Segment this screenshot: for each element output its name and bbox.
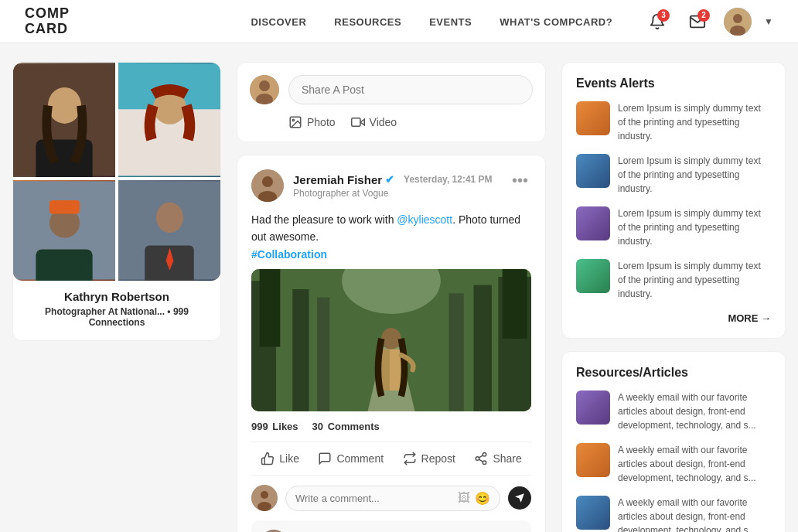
share-actions: Photo Video <box>250 115 533 129</box>
comment-input[interactable] <box>295 493 458 504</box>
svg-rect-31 <box>503 269 527 339</box>
resource-text-2: A weekly email with our favorite article… <box>618 443 771 485</box>
event-item-1: Lorem Ipsum is simply dummy text of the … <box>576 101 771 143</box>
image-input-icon[interactable]: 🖼 <box>458 491 470 505</box>
repost-icon <box>403 452 417 466</box>
svg-rect-12 <box>36 249 92 281</box>
main-layout: Kathryn Robertson Photographer At Nation… <box>0 43 798 532</box>
events-more-link[interactable]: MORE → <box>728 312 771 324</box>
post-subtitle: Photographer at Vogue <box>293 188 493 199</box>
post-stats: 999 Likes 30 Comments <box>251 421 531 432</box>
post-actions: Like Comment Repost Share <box>251 442 531 476</box>
profile-meta: Photographer At National... • 999 Connec… <box>26 306 208 328</box>
user-avatar-image <box>724 8 752 36</box>
resource-item-1: A weekly email with our favorite article… <box>576 390 771 432</box>
share-post-input[interactable] <box>288 75 533 104</box>
post-mention[interactable]: @kyliescott <box>397 213 452 226</box>
mail-button[interactable]: 2 <box>684 8 711 36</box>
event-img-3 <box>576 206 610 240</box>
profile-grid <box>13 63 220 281</box>
event-text-4: Lorem Ipsum is simply dummy text of the … <box>618 259 771 301</box>
comment-input-avatar <box>251 485 278 511</box>
svg-point-4 <box>48 87 81 124</box>
feed: Photo Video <box>237 62 546 532</box>
comment-input-wrap: 🖼 😊 <box>285 486 500 511</box>
user-avatar-nav[interactable] <box>724 8 752 36</box>
post-author-info: Jeremiah Fisher ✔ Yesterday, 12:41 PM Ph… <box>251 169 493 202</box>
bell-button[interactable]: 3 <box>643 8 671 36</box>
nav-whats-compcard[interactable]: WHAT'S COMPCARD? <box>500 16 612 28</box>
resource-img-2 <box>576 443 610 477</box>
post-header: Jeremiah Fisher ✔ Yesterday, 12:41 PM Ph… <box>251 169 531 202</box>
post-author-name: Jeremiah Fisher ✔ Yesterday, 12:41 PM <box>293 173 493 186</box>
logo[interactable]: COMP CARD <box>25 6 70 37</box>
post-likes: 999 Likes <box>251 421 300 432</box>
svg-rect-39 <box>381 350 390 390</box>
nav-discover[interactable]: DISCOVER <box>251 16 306 28</box>
svg-point-37 <box>381 328 401 350</box>
svg-rect-34 <box>317 298 329 411</box>
resource-item-3: A weekly email with our favorite article… <box>576 496 771 532</box>
comment-input-row: 🖼 😊 <box>251 485 531 511</box>
event-item-3: Lorem Ipsum is simply dummy text of the … <box>576 206 771 248</box>
video-button[interactable]: Video <box>351 115 397 129</box>
comment-icon <box>318 452 332 466</box>
events-alerts-card: Events Alerts Lorem Ipsum is simply dumm… <box>561 62 786 339</box>
events-alerts-list: Lorem Ipsum is simply dummy text of the … <box>576 101 771 301</box>
photo-button[interactable]: Photo <box>288 115 336 129</box>
svg-point-46 <box>261 491 268 499</box>
svg-point-18 <box>259 80 270 91</box>
svg-rect-35 <box>449 293 464 411</box>
resource-item-2: A weekly email with our favorite article… <box>576 443 771 485</box>
nav-links: DISCOVER RESOURCES EVENTS WHAT'S COMPCAR… <box>251 15 612 28</box>
repost-button[interactable]: Repost <box>395 448 463 469</box>
events-more: MORE → <box>576 312 771 324</box>
post-image <box>251 269 531 411</box>
profile-grid-img-3 <box>13 180 115 281</box>
event-img-1 <box>576 101 610 135</box>
share-icon <box>474 452 488 466</box>
svg-point-41 <box>476 457 480 461</box>
svg-rect-11 <box>49 200 80 214</box>
events-alerts-title: Events Alerts <box>576 77 771 90</box>
bell-badge: 3 <box>657 9 670 22</box>
nav-events[interactable]: EVENTS <box>429 16 472 28</box>
profile-grid-img-1 <box>13 63 115 177</box>
profile-name: Kathryn Robertson <box>26 290 208 303</box>
video-icon <box>351 115 365 129</box>
svg-rect-23 <box>351 118 360 127</box>
navbar: COMP CARD DISCOVER RESOURCES EVENTS WHAT… <box>0 0 798 43</box>
emoji-input-icon[interactable]: 😊 <box>475 491 490 506</box>
user-dropdown-btn[interactable]: ▼ <box>764 16 773 27</box>
post-text: Had the pleasure to work with @kyliescot… <box>251 211 531 263</box>
svg-point-21 <box>292 119 294 121</box>
resource-img-1 <box>576 390 610 425</box>
event-item-2: Lorem Ipsum is simply dummy text of the … <box>576 154 771 196</box>
nav-actions: 3 2 ▼ <box>643 8 773 36</box>
svg-point-25 <box>262 176 273 187</box>
share-input-row <box>250 75 533 104</box>
svg-point-47 <box>257 502 271 511</box>
resources-title: Resources/Articles <box>576 366 771 380</box>
svg-marker-22 <box>360 119 364 125</box>
nav-resources[interactable]: RESOURCES <box>334 16 401 28</box>
post-menu-button[interactable]: ••• <box>509 169 531 191</box>
send-icon <box>514 493 525 503</box>
post-timestamp: Yesterday, 12:41 PM <box>404 174 493 185</box>
like-button[interactable]: Like <box>253 448 307 469</box>
resource-img-3 <box>576 496 610 530</box>
comment-button[interactable]: Comment <box>310 448 391 469</box>
verified-badge: ✔ <box>385 173 394 186</box>
svg-point-1 <box>733 14 742 23</box>
event-item-4: Lorem Ipsum is simply dummy text of the … <box>576 259 771 301</box>
svg-rect-29 <box>260 269 281 347</box>
event-img-2 <box>576 154 610 188</box>
post-hashtag[interactable]: #Collaboration <box>251 248 327 261</box>
event-text-1: Lorem Ipsum is simply dummy text of the … <box>618 101 771 143</box>
like-icon <box>261 452 275 466</box>
share-button[interactable]: Share <box>466 448 529 469</box>
right-sidebar: Events Alerts Lorem Ipsum is simply dumm… <box>561 62 786 532</box>
svg-line-43 <box>479 459 483 462</box>
profile-info: Kathryn Robertson Photographer At Nation… <box>13 281 220 340</box>
comment-send-button[interactable] <box>508 486 531 510</box>
